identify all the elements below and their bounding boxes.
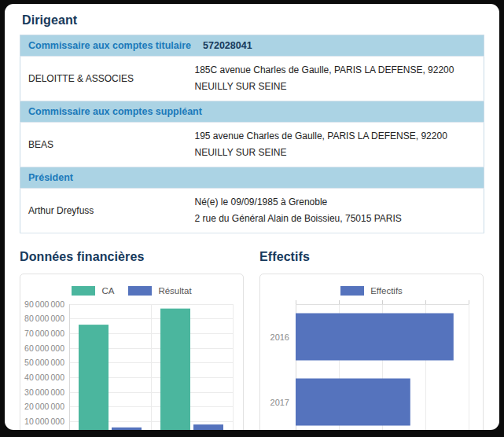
legend-swatch xyxy=(340,286,364,296)
svg-text:20 000 000: 20 000 000 xyxy=(24,402,64,411)
svg-text:10 000 000: 10 000 000 xyxy=(24,417,64,426)
effectifs-bar-chart: 010020030040020162017 xyxy=(260,299,483,430)
table-subheader-row: Commissaire aux comptes suppléant xyxy=(20,101,484,123)
financial-bar-chart: 010 000 00020 000 00030 000 00040 000 00… xyxy=(20,299,243,430)
effectifs-bar-2017 xyxy=(296,379,410,426)
legend-item: CA xyxy=(72,286,114,296)
legend-label: Résultat xyxy=(158,286,191,296)
legend-swatch xyxy=(72,286,95,296)
ca-bar-2016 xyxy=(79,325,109,430)
financial-chart-card: CARésultat 010 000 00020 000 00030 000 0… xyxy=(20,274,244,430)
svg-text:90 000 000: 90 000 000 xyxy=(24,299,64,309)
person-address: 2 rue du Général Alain de Boissieu, 7501… xyxy=(195,211,467,227)
legend-item: Résultat xyxy=(128,286,191,296)
charts-section: Données financières CARésultat 010 000 0… xyxy=(20,250,484,430)
résultat-bar-2016 xyxy=(112,428,142,430)
svg-text:40 000 000: 40 000 000 xyxy=(24,373,64,382)
table-subheader-row: Président xyxy=(20,167,484,189)
svg-text:50 000 000: 50 000 000 xyxy=(24,358,64,367)
svg-text:30 000 000: 30 000 000 xyxy=(24,387,64,397)
person-name: Arthur Dreyfuss xyxy=(20,189,187,233)
table-subheader-row: Commissaire aux comptes titulaire5720280… xyxy=(20,35,484,57)
section-title-effectifs: Effectifs xyxy=(259,250,484,264)
person-birth-info: Né(e) le 09/09/1985 à Grenoble xyxy=(195,194,467,211)
effectifs-column: Effectifs Effectifs 01002003004002016201… xyxy=(259,250,484,430)
page-content: Dirigeant Commissaire aux comptes titula… xyxy=(5,4,499,430)
ca-bar-2017 xyxy=(160,309,190,430)
svg-text:80 000 000: 80 000 000 xyxy=(24,314,64,323)
table-row: DELOITTE & ASSOCIES 185C avenue Charles … xyxy=(20,57,484,101)
legend-label: Effectifs xyxy=(370,286,403,296)
effectifs-chart-legend: Effectifs xyxy=(260,285,483,297)
entity-name: DELOITTE & ASSOCIES xyxy=(20,57,187,101)
subheader-value-siren: 572028041 xyxy=(203,40,252,51)
svg-text:2017: 2017 xyxy=(270,398,289,407)
entity-name: BEAS xyxy=(20,123,187,167)
entity-address: 195 avenue Charles de Gaulle, PARIS LA D… xyxy=(195,128,467,161)
svg-text:60 000 000: 60 000 000 xyxy=(24,343,64,353)
legend-swatch xyxy=(128,286,152,296)
table-row: BEAS 195 avenue Charles de Gaulle, PARIS… xyxy=(20,123,484,167)
subheader-label: Commissaire aux comptes suppléant xyxy=(28,106,202,117)
effectifs-chart-card: Effectifs 010020030040020162017 xyxy=(259,274,484,430)
svg-text:70 000 000: 70 000 000 xyxy=(24,329,64,338)
financial-column: Données financières CARésultat 010 000 0… xyxy=(20,250,244,430)
résultat-bar-2017 xyxy=(193,424,223,430)
effectifs-bar-2016 xyxy=(296,314,454,361)
table-row: Arthur Dreyfuss Né(e) le 09/09/1985 à Gr… xyxy=(20,189,484,233)
legend-label: CA xyxy=(101,286,114,296)
entity-address: 185C avenue Charles de Gaulle, PARIS LA … xyxy=(195,62,467,95)
financial-chart-legend: CARésultat xyxy=(20,285,243,297)
section-title-dirigeant: Dirigeant xyxy=(22,13,484,28)
legend-item: Effectifs xyxy=(340,286,403,296)
section-title-financial: Données financières xyxy=(20,250,244,264)
subheader-label: Président xyxy=(28,172,73,183)
subheader-label: Commissaire aux comptes titulaire xyxy=(28,40,191,51)
dirigeant-table: Commissaire aux comptes titulaire5720280… xyxy=(20,35,484,233)
svg-text:2016: 2016 xyxy=(270,332,289,342)
